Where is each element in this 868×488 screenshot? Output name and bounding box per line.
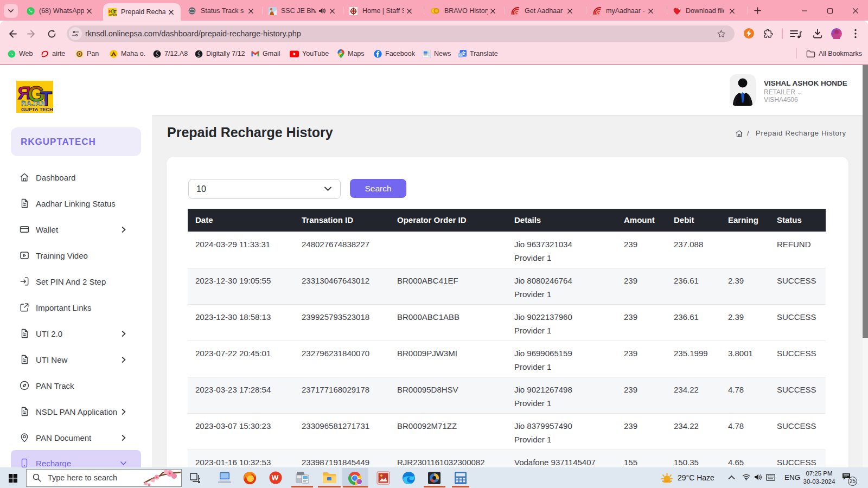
svg-text:G: G (459, 53, 462, 57)
